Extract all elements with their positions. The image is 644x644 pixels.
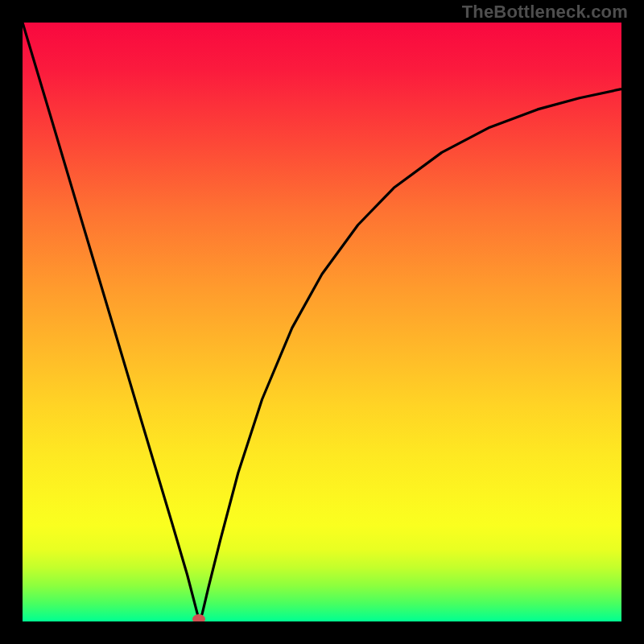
- curve-svg: [23, 23, 621, 621]
- watermark-label: TheBottleneck.com: [462, 2, 628, 23]
- minimum-marker: [192, 614, 205, 621]
- dip-curve-path: [23, 23, 621, 621]
- chart-frame: TheBottleneck.com: [0, 0, 644, 644]
- plot-area: [23, 23, 621, 621]
